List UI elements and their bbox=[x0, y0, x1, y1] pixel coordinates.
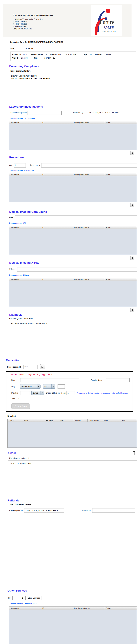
recommended-procedures-link[interactable]: Recommended Procedures bbox=[10, 169, 139, 172]
logo-tagline: Body Mind Soul bbox=[102, 30, 116, 32]
consultant-label: Consultant bbox=[82, 509, 92, 512]
proc-col-investigation: Investigation/Service bbox=[73, 173, 105, 176]
trash-icon bbox=[132, 450, 136, 456]
os-qty-input[interactable] bbox=[12, 596, 26, 600]
procedures-qty-input[interactable] bbox=[14, 163, 26, 168]
uss-table-body bbox=[10, 229, 136, 254]
xray-title: Medical Imaging X-Ray bbox=[9, 261, 139, 264]
consult-date-value: 2024-07-15 bbox=[24, 47, 34, 50]
trash-icon bbox=[131, 309, 134, 312]
visit-date-value: 2024-07-15 bbox=[46, 57, 55, 59]
uss-col-department: Department bbox=[10, 226, 41, 229]
drug-col-duration: Duration bbox=[74, 419, 88, 422]
drug-list-label: Drug List bbox=[8, 415, 139, 417]
frequency-select[interactable]: OD bbox=[43, 384, 55, 389]
prescription-refresh-button[interactable] bbox=[40, 364, 45, 369]
lab-investigation-input[interactable] bbox=[27, 111, 62, 115]
advice-delete-button[interactable] bbox=[132, 450, 136, 456]
other-services-table: Department ID Investigation / Service St… bbox=[9, 606, 137, 644]
diagnosis-textarea[interactable]: BILAREAL LINFONODE IN AXILAR REGION bbox=[9, 321, 137, 350]
uss-input[interactable] bbox=[15, 215, 137, 220]
way-label: Way : bbox=[11, 386, 19, 388]
refferals-listbox bbox=[9, 515, 136, 582]
lab-table-body bbox=[10, 124, 136, 150]
company-header: Future Care by Future Holdings (Pty) Lim… bbox=[3, 4, 132, 37]
meal-select-value: Before Meal bbox=[20, 384, 37, 388]
procedures-input[interactable] bbox=[41, 163, 137, 168]
patient-name-label: Patient Name : bbox=[31, 53, 44, 56]
os-col-investigation: Investigation / Service bbox=[73, 606, 105, 610]
laboratory-title: Laboratory Investigations bbox=[9, 105, 139, 108]
recommended-lab-testings-link[interactable]: Recommended Lab Testings bbox=[10, 117, 139, 120]
prescription-id-input[interactable] bbox=[23, 365, 38, 369]
xray-input[interactable] bbox=[17, 267, 137, 272]
recommended-xray-link[interactable]: Recommended X-Rays bbox=[9, 274, 139, 276]
referred-by-value: LEONEL ENRIQUE GUERRA ROSALES bbox=[86, 112, 120, 114]
patient-gender-label: Gender : bbox=[95, 53, 104, 56]
meal-select[interactable]: Before Meal bbox=[20, 384, 40, 389]
lab-investigation-label: Lab Investingation : bbox=[10, 112, 27, 114]
referred-by-label: Reffered By : bbox=[73, 112, 86, 114]
drug-col-id: Drug ID bbox=[8, 419, 23, 422]
way-qty-input[interactable] bbox=[58, 384, 65, 389]
xray-col-department: Department bbox=[10, 278, 41, 281]
procedures-table: Department ID Investigation/Service Stat… bbox=[9, 173, 137, 202]
special-notes-input[interactable] bbox=[106, 378, 130, 382]
advice-title: Advice bbox=[8, 452, 16, 455]
xray-table-body bbox=[10, 281, 136, 306]
recommended-other-services-link[interactable]: Recommended Other Services bbox=[10, 603, 139, 605]
lab-testings-table: Department ID Investigation/Service Stat… bbox=[9, 121, 137, 150]
recommended-uss-link[interactable]: Recommended USS bbox=[9, 222, 139, 224]
patient-age-value: 38 bbox=[90, 53, 92, 56]
visit-date-label: Date : bbox=[34, 57, 45, 59]
drug-input[interactable] bbox=[20, 378, 79, 382]
add-drug-label: Add Drug bbox=[18, 405, 27, 407]
medication-title: Medication bbox=[6, 359, 139, 362]
per-meal-input[interactable] bbox=[66, 391, 75, 395]
xray-label: X-Rays : bbox=[9, 268, 17, 270]
advice-label: Enter Doctor's Advice Here bbox=[9, 457, 139, 459]
prescription-id-label: Prescription ID : bbox=[7, 366, 23, 368]
procedures-qty-label: Qty : bbox=[9, 164, 14, 166]
os-input[interactable] bbox=[42, 596, 137, 600]
os-col-status: Status bbox=[105, 606, 136, 610]
reffering-doctor-label: Reffering Doctor bbox=[9, 509, 24, 512]
uss-table: Department ID Investigation/Service Stat… bbox=[9, 226, 137, 255]
proc-col-status: Status bbox=[105, 173, 136, 176]
visit-id-label: Visit ID : bbox=[12, 57, 22, 59]
other-services-title: Other Services bbox=[8, 589, 139, 592]
other-services-table-body bbox=[10, 610, 136, 644]
os-col-department: Department bbox=[10, 606, 41, 610]
duration-label: Duration : bbox=[11, 392, 20, 394]
chevron-down-icon bbox=[37, 384, 40, 388]
uss-col-investigation: Investigation/Service bbox=[73, 226, 105, 229]
patient-name-value: BETTINA ANTOINETTE NOEMIE MA... bbox=[45, 53, 78, 56]
xray-delete-button[interactable] bbox=[130, 308, 134, 312]
consultant-input[interactable] bbox=[92, 508, 135, 513]
xray-col-investigation: Investigation/Service bbox=[73, 278, 105, 281]
duration-type-value: Day/s bbox=[32, 391, 40, 395]
consulted-by-row: Consulted By : Dr. LEONEL ENRIQUE GUERRA… bbox=[9, 39, 139, 43]
logo-word-care: Care ♥ bbox=[104, 25, 116, 30]
duration-input[interactable] bbox=[20, 391, 30, 395]
procedures-delete-button[interactable] bbox=[130, 203, 134, 208]
drug-label: Drug : bbox=[11, 379, 19, 381]
drug-col-note: Note bbox=[103, 419, 121, 422]
advice-textarea[interactable]: SEND FOR MAMOGRAM bbox=[8, 460, 137, 490]
drug-col-duration-type: Duration Type bbox=[88, 419, 103, 422]
os-field-label: Other Services : bbox=[28, 597, 42, 599]
patient-age-label: Age : bbox=[84, 53, 89, 56]
reffering-doctor-input[interactable] bbox=[24, 508, 64, 513]
trash-icon bbox=[131, 204, 134, 206]
uss-delete-button[interactable] bbox=[130, 256, 134, 260]
lab-delete-button[interactable] bbox=[130, 151, 134, 156]
complaints-textarea[interactable]: BREAST USS REPORT TODAY SMALL LINFONODE … bbox=[9, 73, 137, 96]
duration-type-select[interactable]: Day/s bbox=[32, 391, 44, 395]
lab-col-status: Status bbox=[105, 121, 136, 124]
trash-icon bbox=[131, 152, 134, 154]
company-logo: Future Care ♥ Body Mind Soul bbox=[91, 5, 122, 36]
add-drug-button[interactable]: + Add Drug bbox=[11, 404, 30, 409]
proc-col-department: Department bbox=[10, 173, 41, 176]
presenting-complaints-title: Presenting Complaints bbox=[9, 65, 139, 68]
lab-col-department: Department bbox=[10, 121, 41, 124]
